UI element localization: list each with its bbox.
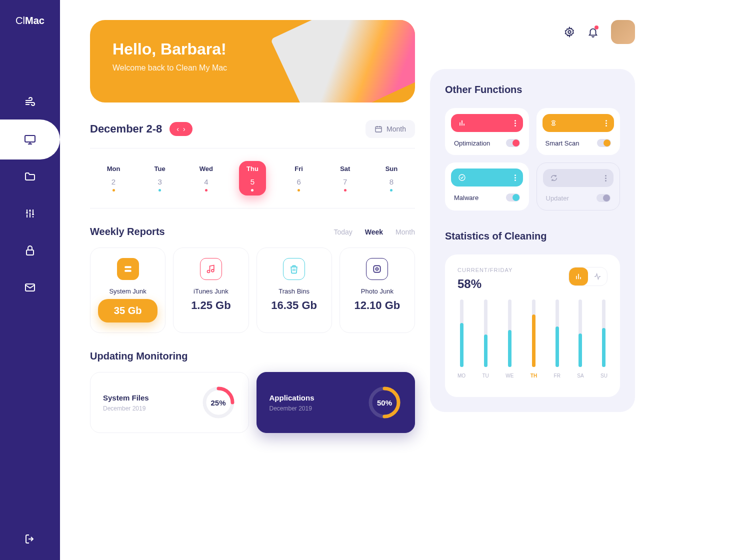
notification-dot (594, 26, 598, 30)
filter-month[interactable]: Month (396, 228, 415, 236)
bar-track (460, 300, 464, 367)
day-number: 2 (100, 178, 127, 186)
logo-prefix: Cl (16, 15, 25, 26)
nav-sliders-icon[interactable] (24, 208, 36, 220)
settings-button[interactable] (564, 26, 575, 38)
stats-title: Statistics of Cleaning (445, 230, 620, 242)
svg-point-13 (552, 122, 554, 124)
function-toggle[interactable] (506, 194, 520, 202)
bar-fill (460, 323, 464, 367)
notifications-button[interactable] (588, 26, 598, 38)
bar-column[interactable]: TH (530, 300, 537, 378)
function-icon (458, 174, 466, 182)
day-cell-mon[interactable]: Mon 2 (100, 161, 127, 196)
day-cell-wed[interactable]: Wed 4 (192, 161, 220, 196)
day-name: Wed (192, 165, 220, 172)
function-card[interactable]: Malware (445, 162, 529, 210)
monitor-card[interactable]: Applications December 2019 50% (256, 372, 416, 433)
report-label: Photo Junk (348, 288, 407, 295)
function-icon (550, 119, 558, 127)
report-value: 35 Gb (98, 299, 158, 322)
more-icon[interactable] (514, 174, 516, 181)
function-toggle[interactable] (596, 194, 610, 202)
month-label: Month (386, 125, 406, 133)
bar-track (556, 300, 559, 367)
day-name: Mon (100, 165, 127, 172)
bar-label: SA (577, 373, 584, 378)
date-nav-button[interactable]: ‹ › (170, 122, 192, 136)
report-value: 12.10 Gb (348, 299, 407, 312)
stats-bars: MO TU WE TH FR SA SU (458, 304, 608, 378)
bar-column[interactable]: WE (506, 300, 514, 378)
bar-fill (578, 334, 582, 368)
nav-lock-icon[interactable] (24, 244, 36, 256)
report-label: Trash Bins (264, 288, 324, 295)
monitor-grid: System Files December 2019 25% Applicati… (90, 372, 415, 433)
function-card[interactable]: Optimization (445, 108, 529, 155)
day-number: 8 (378, 178, 405, 186)
month-selector-button[interactable]: Month (366, 120, 415, 138)
avatar[interactable] (611, 20, 635, 44)
report-card[interactable]: System Junk 35 Gb (90, 248, 166, 333)
day-name: Thu (239, 165, 266, 172)
bar-column[interactable]: SU (600, 300, 608, 378)
hero-banner: Hello, Barbara! Welcome back to Clean My… (90, 20, 415, 102)
more-icon[interactable] (514, 120, 516, 126)
bar-column[interactable]: TU (482, 300, 489, 378)
bar-fill (532, 314, 536, 367)
day-number: 7 (332, 178, 358, 186)
bar-label: TH (530, 373, 537, 378)
stats-bar-view-button[interactable] (569, 268, 588, 286)
day-cell-sun[interactable]: Sun 8 (378, 161, 405, 196)
svg-rect-6 (374, 266, 380, 272)
monitor-title: System Files (103, 394, 149, 402)
bar-column[interactable]: FR (554, 300, 560, 378)
more-icon[interactable] (606, 120, 607, 126)
nav-folder-icon[interactable] (24, 170, 36, 182)
monitor-card[interactable]: System Files December 2019 25% (90, 372, 249, 433)
stats-line-view-button[interactable] (588, 268, 607, 286)
report-label: System Junk (98, 288, 158, 295)
nav-logout-icon[interactable] (24, 533, 36, 545)
function-card[interactable]: Smart Scan (536, 108, 620, 155)
function-header (451, 168, 523, 186)
monitoring-title: Updating Monitoring (90, 350, 188, 362)
bar-label: TU (482, 373, 489, 378)
day-dot (344, 189, 346, 192)
report-card[interactable]: Photo Junk 12.10 Gb (340, 248, 415, 333)
function-toggle[interactable] (506, 139, 520, 147)
function-toggle[interactable] (597, 139, 611, 147)
week-calendar: Mon 2 Tue 3 Wed 4 Thu 5 Fri 6 Sat 7 Sun … (90, 148, 415, 208)
svg-point-7 (376, 268, 378, 270)
function-icon (458, 119, 466, 127)
bar-label: SU (600, 373, 608, 378)
nav-monitor-icon[interactable] (24, 134, 36, 146)
report-card[interactable]: iTunes Junk 1.25 Gb (173, 248, 248, 333)
nav-wind-icon[interactable] (24, 96, 36, 108)
day-cell-tue[interactable]: Tue 3 (146, 161, 174, 196)
day-cell-sat[interactable]: Sat 7 (332, 161, 358, 196)
progress-value: 25% (201, 385, 236, 420)
report-icon (283, 258, 305, 280)
filter-today[interactable]: Today (334, 228, 352, 236)
svg-point-14 (459, 174, 465, 180)
day-number: 6 (286, 178, 312, 186)
report-icon (200, 258, 222, 280)
more-icon[interactable] (605, 175, 606, 182)
day-cell-fri[interactable]: Fri 6 (286, 161, 312, 196)
function-card[interactable]: Updater (536, 162, 620, 210)
bar-track (578, 300, 582, 367)
stats-subtitle: CURRENT/FRIDAY (458, 267, 512, 273)
bar-track (532, 300, 536, 367)
filter-week[interactable]: Week (365, 228, 383, 236)
report-value: 1.25 Gb (181, 299, 240, 312)
day-name: Fri (286, 165, 312, 172)
day-cell-thu[interactable]: Thu 5 (239, 161, 266, 196)
functions-grid: Optimization Smart Scan Malware Updater (445, 108, 620, 210)
day-dot (251, 189, 254, 192)
day-dot (298, 189, 300, 192)
bar-column[interactable]: MO (458, 300, 466, 378)
bar-column[interactable]: SA (577, 300, 584, 378)
nav-mail-icon[interactable] (24, 282, 36, 294)
report-card[interactable]: Trash Bins 16.35 Gb (256, 248, 332, 333)
